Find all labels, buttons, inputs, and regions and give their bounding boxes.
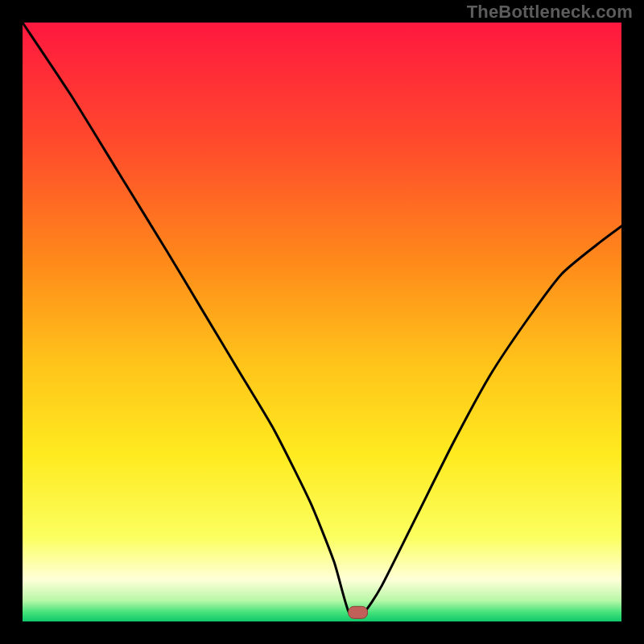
watermark-text: TheBottleneck.com	[467, 2, 633, 23]
chart-stage: TheBottleneck.com	[0, 0, 644, 644]
svg-rect-1	[0, 621, 644, 644]
svg-rect-3	[621, 0, 644, 644]
optimum-marker	[349, 606, 368, 618]
bottleneck-chart	[0, 0, 644, 644]
svg-rect-2	[0, 0, 23, 644]
